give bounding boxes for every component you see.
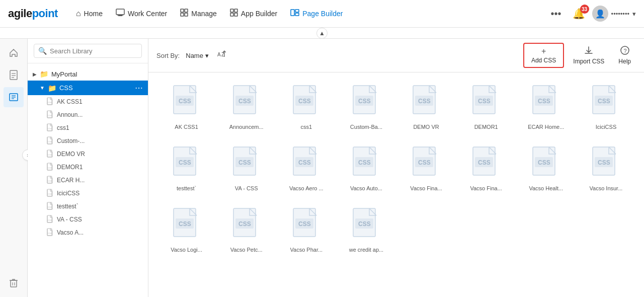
svg-text:CSS: CSS: [538, 98, 550, 105]
nav-item-pagebuilder[interactable]: Page Builder: [284, 6, 349, 22]
file-label: Announcem...: [229, 124, 264, 130]
sidebar-item-trash[interactable]: [4, 273, 24, 293]
svg-rect-14: [10, 70, 17, 80]
search-input[interactable]: [50, 47, 137, 55]
svg-rect-9: [230, 13, 233, 16]
file-label: testtest`: [177, 185, 196, 191]
file-item[interactable]: CSS Vacso Fina...: [400, 142, 452, 195]
css-file-icon: CSS: [291, 85, 321, 121]
sidebar-item-list[interactable]: [4, 87, 24, 107]
file-item[interactable]: CSS DEMO VR: [400, 81, 452, 134]
tree-child-item[interactable]: CSS VA - CSS: [28, 213, 148, 226]
css-file-icon: CSS: [47, 97, 54, 106]
svg-text:CSS: CSS: [238, 159, 251, 166]
tree-child-item[interactable]: CSS testtest`: [28, 200, 148, 213]
css-file-icon: CSS: [591, 85, 621, 121]
sidebar-item-home[interactable]: [4, 43, 24, 63]
tree-item-css[interactable]: ▼ 📁 CSS ⋯: [28, 81, 148, 95]
svg-rect-22: [11, 280, 17, 287]
tree-child-item[interactable]: CSS IciciCSS: [28, 187, 148, 200]
file-item[interactable]: CSS testtest`: [160, 142, 212, 195]
file-item[interactable]: CSS Vacso Phar...: [280, 203, 332, 257]
file-label: Vacso Phar...: [290, 247, 323, 253]
appbuilder-icon: [230, 9, 238, 19]
file-item[interactable]: CSS AK CSS1: [160, 81, 212, 134]
tree-child-item[interactable]: CSS Announ...: [28, 108, 148, 121]
file-item[interactable]: CSS VA - CSS: [220, 142, 272, 195]
tree-child-item[interactable]: CSS AK CSS1: [28, 95, 148, 108]
collapse-bar: ▲: [0, 28, 644, 39]
tree-child-label: ECAR H...: [57, 177, 85, 184]
sort-az-button[interactable]: A Z: [217, 50, 226, 61]
file-item[interactable]: CSS Vacso Insur...: [580, 142, 632, 195]
more-button[interactable]: •••: [547, 6, 566, 22]
file-label: Custom-Ba...: [350, 124, 382, 130]
svg-text:CSS: CSS: [48, 140, 52, 143]
svg-rect-0: [116, 9, 124, 15]
nav-item-workcenter-label: Work Center: [128, 10, 167, 18]
search-icon: 🔍: [38, 47, 47, 55]
svg-rect-13: [295, 13, 299, 16]
tree-root-myportal[interactable]: ▶ 📁 MyPortal: [28, 67, 148, 81]
sidebar-item-document[interactable]: [4, 65, 24, 85]
nav-item-workcenter[interactable]: Work Center: [110, 6, 173, 22]
css-file-icon: CSS: [47, 202, 54, 211]
import-css-label: Import CSS: [573, 58, 604, 65]
search-input-wrap[interactable]: 🔍: [34, 44, 142, 58]
notification-button[interactable]: 🔔 33: [571, 6, 587, 22]
file-item[interactable]: CSS IciciCSS: [580, 81, 632, 134]
svg-text:CSS: CSS: [358, 98, 371, 105]
more-options-icon[interactable]: ⋯: [135, 83, 143, 93]
search-box: 🔍: [28, 39, 148, 63]
file-item[interactable]: CSS Vacso Petc...: [220, 203, 272, 257]
css-file-icon: CSS: [47, 123, 54, 132]
file-item[interactable]: CSS DEMOR1: [460, 81, 512, 134]
file-label: Vacso Auto...: [350, 185, 382, 191]
css-file-icon: CSS: [351, 85, 381, 121]
tree-child-item[interactable]: CSS DEMOR1: [28, 161, 148, 174]
file-item[interactable]: CSS Vacso Fina...: [460, 142, 512, 195]
chevron-down-icon: ▾: [632, 10, 636, 18]
tree-child-label: css1: [57, 124, 69, 131]
tree-child-item[interactable]: CSS css1: [28, 121, 148, 134]
file-item[interactable]: CSS we credit ap...: [340, 203, 392, 257]
svg-rect-3: [181, 9, 184, 12]
file-item[interactable]: CSS Vacso Logi...: [160, 203, 212, 257]
download-icon: [584, 46, 593, 57]
user-menu[interactable]: 👤 •••••••• ▾: [592, 6, 636, 22]
nav-item-appbuilder[interactable]: App Builder: [224, 6, 283, 22]
css-file-icon: CSS: [47, 150, 54, 159]
sort-by-label: Sort By:: [156, 52, 180, 59]
add-css-button[interactable]: + Add CSS: [523, 43, 564, 68]
tree-child-item[interactable]: CSS Vacso A...: [28, 226, 148, 239]
sort-value: Name: [186, 52, 203, 59]
file-item[interactable]: CSS Custom-Ba...: [340, 81, 392, 134]
css-file-icon: CSS: [411, 146, 441, 182]
svg-text:A: A: [217, 52, 221, 57]
collapse-button[interactable]: ▲: [316, 28, 328, 39]
svg-text:CSS: CSS: [238, 98, 251, 105]
css-file-icon: CSS: [471, 146, 501, 182]
file-item[interactable]: CSS ECAR Home...: [520, 81, 572, 134]
nav-item-manage[interactable]: Manage: [174, 6, 223, 22]
file-item[interactable]: CSS Vacso Aero ...: [280, 142, 332, 195]
file-item[interactable]: CSS Announcem...: [220, 81, 272, 134]
help-button[interactable]: ? Help: [613, 43, 636, 68]
tree-child-item[interactable]: CSS ECAR H...: [28, 174, 148, 187]
css-file-icon: CSS: [231, 146, 262, 182]
tree-child-item[interactable]: CSS Custom-...: [28, 134, 148, 147]
file-label: AK CSS1: [175, 124, 198, 130]
file-item[interactable]: CSS Vacso Auto...: [340, 142, 392, 195]
toolbar-right: + Add CSS Import CSS ? Help: [523, 43, 636, 68]
nav-item-home[interactable]: ⌂ Home: [70, 6, 109, 21]
file-item[interactable]: CSS Vacso Healt...: [520, 142, 572, 195]
sort-select[interactable]: Name ▾: [184, 51, 211, 60]
css-file-icon: CSS: [172, 146, 202, 182]
svg-text:CSS: CSS: [48, 193, 52, 195]
import-css-button[interactable]: Import CSS: [568, 43, 609, 68]
svg-rect-12: [295, 10, 299, 12]
file-grid: CSS AK CSS1 CSS Announcem... CSS css1 CS…: [148, 72, 644, 297]
css-file-icon: CSS: [172, 85, 202, 121]
tree-child-item[interactable]: CSS DEMO VR: [28, 147, 148, 161]
file-item[interactable]: CSS css1: [280, 81, 332, 134]
